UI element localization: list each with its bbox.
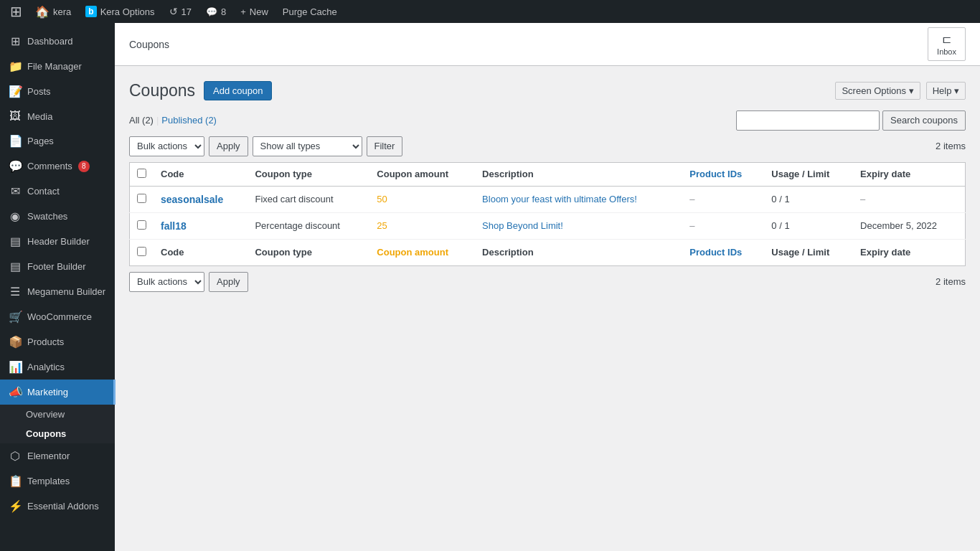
sidebar-item-megamenu-builder[interactable]: ☰ Megamenu Builder	[0, 279, 115, 304]
sidebar-item-posts[interactable]: 📝 Posts	[0, 79, 115, 104]
sidebar-item-footer-builder[interactable]: ▤ Footer Builder	[0, 254, 115, 279]
woocommerce-icon: 🛒	[9, 310, 22, 324]
footer-usage-col: Usage / Limit	[764, 239, 853, 265]
sidebar-item-dashboard[interactable]: ⊞ Dashboard	[0, 29, 115, 54]
apply-button-bottom[interactable]: Apply	[209, 272, 248, 292]
comments-icon: 💬	[9, 159, 22, 173]
sidebar-item-media[interactable]: 🖼 Media	[0, 104, 115, 128]
col-expiry-date-header[interactable]: Expiry date	[853, 162, 965, 186]
sidebar-item-essential-addons[interactable]: ⚡ Essential Addons	[0, 494, 115, 519]
row-usage-cell: 0 / 1	[764, 186, 853, 212]
adminbar-site[interactable]: 🏠 kera	[29, 0, 77, 23]
submenu-item-overview[interactable]: Overview	[0, 405, 115, 424]
sidebar-item-label: Footer Builder	[27, 261, 86, 272]
sidebar-item-label: Marketing	[27, 387, 68, 397]
col-coupon-type-header[interactable]: Coupon type	[248, 162, 369, 186]
coupons-table: Code Coupon type Coupon amount Descripti…	[129, 162, 966, 266]
analytics-icon: 📊	[9, 360, 22, 374]
adminbar-comments-count: 8	[221, 6, 226, 17]
filter-button[interactable]: Filter	[367, 136, 403, 156]
bulk-actions-select-top[interactable]: Bulk actions Delete	[129, 136, 204, 156]
item-count-top: 2 items	[936, 141, 966, 151]
content-area: Coupons Add coupon Screen Options ▾ Help…	[115, 66, 980, 306]
col-usage-limit-header[interactable]: Usage / Limit	[764, 162, 853, 186]
footer-builder-icon: ▤	[9, 260, 22, 273]
filter-link-all[interactable]: All (2)	[129, 115, 154, 126]
adminbar-comments[interactable]: 💬 8	[200, 0, 232, 23]
adminbar-new-label: New	[250, 6, 268, 17]
toolbar-row-top: Bulk actions Delete Apply Show all types…	[129, 136, 966, 156]
home-icon: 🏠	[35, 5, 50, 19]
sidebar-item-comments[interactable]: 💬 Comments 8	[0, 154, 115, 179]
header-builder-icon: ▤	[9, 235, 22, 248]
sidebar-item-products[interactable]: 📦 Products	[0, 329, 115, 354]
select-all-checkbox[interactable]	[137, 169, 146, 178]
col-description-header[interactable]: Description	[475, 162, 682, 186]
col-product-ids-header[interactable]: Product IDs	[682, 162, 764, 186]
sidebar-item-label: Header Builder	[27, 236, 90, 247]
help-button[interactable]: Help ▾	[926, 82, 966, 100]
inbox-icon: ⊏	[942, 32, 951, 46]
submenu-item-coupons[interactable]: Coupons	[0, 424, 115, 443]
sidebar-item-pages[interactable]: 📄 Pages	[0, 128, 115, 154]
screen-options-button[interactable]: Screen Options ▾	[835, 82, 920, 100]
sidebar-item-elementor[interactable]: ⬡ Elementor	[0, 443, 115, 468]
top-right-actions: Screen Options ▾ Help ▾	[835, 82, 966, 100]
row-expiry-cell: –	[853, 186, 965, 212]
col-coupon-amount-header[interactable]: Coupon amount	[369, 162, 475, 186]
sidebar-item-label: Pages	[27, 136, 54, 146]
sidebar-item-woocommerce[interactable]: 🛒 WooCommerce	[0, 304, 115, 329]
sidebar-item-marketing[interactable]: 📣 Marketing	[0, 380, 115, 405]
layout: ⊞ Dashboard 📁 File Manager 📝 Posts 🖼 Med…	[0, 23, 980, 551]
search-button[interactable]: Search coupons	[882, 110, 966, 131]
row-usage-cell: 0 / 1	[764, 212, 853, 239]
row-amount-cell: 50	[369, 186, 475, 212]
coupon-code-link[interactable]: fall18	[161, 220, 187, 232]
dashboard-icon: ⊞	[9, 34, 22, 48]
row-checkbox[interactable]	[137, 220, 146, 230]
apply-button-top[interactable]: Apply	[209, 136, 248, 156]
search-input[interactable]	[736, 110, 880, 131]
adminbar-purge-label: Purge Cache	[283, 6, 337, 17]
bulk-actions-select-bottom[interactable]: Bulk actions Delete	[129, 272, 204, 292]
sidebar-item-contact[interactable]: ✉ Contact	[0, 179, 115, 204]
adminbar-updates[interactable]: ↺ 17	[164, 0, 197, 23]
row-code-cell: seasonalsale	[154, 186, 248, 212]
sidebar-item-header-builder[interactable]: ▤ Header Builder	[0, 229, 115, 254]
filter-links: All (2) | Published (2)	[129, 115, 217, 126]
comments-badge: 8	[78, 161, 90, 172]
sidebar-item-label: Products	[27, 336, 64, 347]
row-product-ids-cell: –	[682, 212, 764, 239]
adminbar-b-plugin[interactable]: b Kera Options	[80, 0, 160, 23]
row-product-ids-cell: –	[682, 186, 764, 212]
elementor-icon: ⬡	[9, 449, 22, 463]
footer-select-all-checkbox[interactable]	[137, 247, 146, 256]
folder-icon: 📁	[9, 60, 22, 73]
adminbar-purge-cache[interactable]: Purge Cache	[277, 0, 343, 23]
filter-link-published[interactable]: Published (2)	[161, 115, 217, 126]
sidebar-item-templates[interactable]: 📋 Templates	[0, 468, 115, 494]
comments-icon: 💬	[206, 6, 217, 17]
coupon-code-link[interactable]: seasonalsale	[161, 194, 223, 205]
type-filter-select[interactable]: Show all types Fixed cart discount Perce…	[253, 136, 362, 156]
adminbar-site-label: kera	[53, 6, 71, 17]
sidebar-item-swatches[interactable]: ◉ Swatches	[0, 204, 115, 229]
inbox-button[interactable]: ⊏ Inbox	[928, 27, 966, 61]
wp-logo[interactable]: ⊞	[6, 3, 27, 20]
sidebar-item-label: Elementor	[27, 451, 70, 461]
footer-expiry-col: Expiry date	[853, 239, 965, 265]
add-coupon-button[interactable]: Add coupon	[204, 81, 272, 100]
sidebar-item-label: Media	[27, 111, 52, 122]
sidebar-item-analytics[interactable]: 📊 Analytics	[0, 354, 115, 380]
row-desc-cell: Shop Beyond Limit!	[475, 212, 682, 239]
main-content: Coupons ⊏ Inbox Coupons Add coupon Scree…	[115, 23, 980, 551]
admin-bar: ⊞ 🏠 kera b Kera Options ↺ 17 💬 8 + New P…	[0, 0, 980, 23]
row-checkbox[interactable]	[137, 194, 146, 203]
sidebar-item-file-manager[interactable]: 📁 File Manager	[0, 54, 115, 79]
col-code-header[interactable]: Code	[154, 162, 248, 186]
sidebar-item-label: File Manager	[27, 61, 82, 72]
sidebar-item-label: Megamenu Builder	[27, 286, 105, 297]
adminbar-new[interactable]: + New	[235, 0, 274, 23]
b-icon: b	[85, 6, 96, 17]
sidebar-item-label: Analytics	[27, 362, 65, 372]
